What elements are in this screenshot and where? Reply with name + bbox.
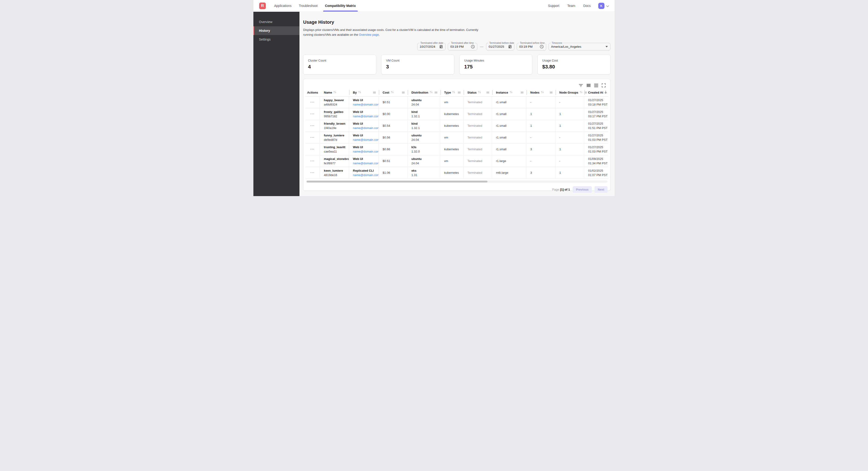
column-menu-icon[interactable]	[434, 91, 437, 93]
row-actions-menu-icon[interactable]: •••	[310, 160, 315, 162]
row-actions-menu-icon[interactable]: •••	[310, 113, 315, 115]
timezone-select[interactable]: Timezone America/Los_Angeles	[549, 43, 611, 51]
column-label: Nodes	[530, 91, 539, 94]
cluster-id: 4819de16	[324, 173, 349, 177]
column-header[interactable]: Created At	[584, 89, 609, 96]
cluster-name: keen_lumiere	[324, 169, 349, 172]
sort-icon[interactable]	[429, 91, 433, 94]
columns-icon[interactable]	[587, 83, 591, 87]
caret-down-icon[interactable]	[606, 46, 608, 48]
tab-compatibility-matrix[interactable]: Compatibility Matrix	[323, 0, 358, 11]
fullscreen-icon[interactable]	[602, 83, 606, 87]
table-row: ••• frosty_galileo995b7182 Web UIname@do…	[305, 108, 609, 120]
clock-icon[interactable]	[471, 45, 475, 49]
column-header[interactable]: Nodes	[526, 89, 555, 96]
created-by-email-link[interactable]: name@domain.com	[353, 103, 378, 106]
sort-icon[interactable]	[333, 91, 337, 94]
column-header[interactable]: Status	[464, 89, 492, 96]
cost-cell: $0.51	[379, 96, 407, 108]
created-by-email-link[interactable]: name@domain.com	[353, 138, 378, 142]
nodes-cell: 1	[526, 120, 555, 131]
avatar[interactable]: K	[598, 3, 604, 9]
type-cell: kubernetes	[440, 120, 464, 131]
sidebar-item-history[interactable]: History	[253, 26, 300, 35]
column-header[interactable]: By	[349, 89, 379, 96]
row-actions-menu-icon[interactable]: •••	[310, 148, 315, 150]
replicated-logo[interactable]: R	[259, 3, 266, 9]
stat-value: 175	[464, 64, 528, 70]
row-actions-menu-icon[interactable]: •••	[310, 172, 315, 174]
created-by-email-link[interactable]: name@domain.com	[353, 173, 378, 177]
distribution-cell: ubuntu24.04	[407, 132, 440, 143]
tab-troubleshoot[interactable]: Troubleshoot	[297, 0, 319, 11]
type-value: vm	[444, 100, 463, 104]
density-icon[interactable]	[594, 83, 598, 87]
overview-page-link[interactable]: Overview page	[359, 33, 379, 36]
sort-icon[interactable]	[391, 91, 394, 94]
column-menu-icon[interactable]	[373, 91, 376, 93]
column-menu-icon[interactable]	[550, 91, 553, 93]
row-actions-menu-icon[interactable]: •••	[310, 101, 315, 104]
sidebar-item-settings[interactable]: Settings	[253, 35, 300, 44]
distribution-version: 24.04	[411, 103, 440, 106]
tab-applications[interactable]: Applications	[272, 0, 293, 11]
next-button[interactable]: Next	[595, 186, 608, 193]
sorted-desc-icon[interactable]	[604, 91, 607, 94]
sort-icon[interactable]	[579, 91, 583, 94]
cost-cell: $0.51	[379, 155, 407, 167]
calendar-icon[interactable]	[508, 45, 512, 49]
nav-support[interactable]: Support	[548, 4, 559, 8]
clock-icon[interactable]	[540, 45, 544, 49]
row-actions-menu-icon[interactable]: •••	[310, 137, 315, 139]
page-indicator: Page[1] of 1	[552, 188, 570, 191]
node-groups-value: -	[559, 159, 584, 163]
sort-icon[interactable]	[478, 91, 481, 94]
column-header[interactable]: Cost	[379, 89, 407, 96]
terminated-before-date-field[interactable]: Terminated before date 01/27/2025	[486, 43, 515, 51]
created-time: 01:03 PM PST	[588, 150, 609, 153]
column-header[interactable]: Distribution	[407, 89, 440, 96]
terminated-before-time-field[interactable]: Terminated before time 03:19 PM	[517, 43, 546, 51]
created-by-email-link[interactable]: name@domain.com	[353, 150, 378, 153]
field-label: Terminated before time	[519, 41, 546, 44]
type-cell: vm	[440, 96, 464, 108]
column-header[interactable]: Type	[440, 89, 464, 96]
sort-icon[interactable]	[358, 91, 362, 94]
chevron-down-icon[interactable]	[606, 4, 609, 8]
terminated-after-time-field[interactable]: Terminated after time 03:19 PM	[448, 43, 477, 51]
column-menu-icon[interactable]	[486, 91, 489, 93]
column-menu-icon[interactable]	[402, 91, 405, 93]
row-actions-menu-icon[interactable]: •••	[310, 125, 315, 127]
created-by-email-link[interactable]: name@domain.com	[353, 115, 378, 118]
created-by-email-link[interactable]: name@domain.com	[353, 126, 378, 130]
row-actions-cell: •••	[305, 108, 320, 120]
distribution-version: 24.04	[411, 138, 440, 142]
nav-team[interactable]: Team	[567, 4, 575, 8]
calendar-icon[interactable]	[439, 45, 443, 49]
sort-icon[interactable]	[509, 91, 513, 94]
column-header[interactable]: Instance	[492, 89, 526, 96]
created-by-email-link[interactable]: name@domain.com	[353, 161, 378, 165]
field-label: Terminated after date	[420, 41, 444, 44]
column-header[interactable]: Name	[320, 89, 349, 96]
distribution-name: ubuntu	[411, 157, 440, 160]
cluster-id: a48d9324	[324, 103, 349, 106]
nav-docs[interactable]: Docs	[583, 4, 591, 8]
column-menu-icon[interactable]	[458, 91, 461, 93]
stat-label: VM Count	[386, 59, 450, 62]
filter-icon[interactable]	[579, 83, 583, 87]
column-menu-icon[interactable]	[521, 91, 524, 93]
node-groups-cell: 1	[555, 108, 584, 120]
sidebar-item-overview[interactable]: Overview	[253, 18, 300, 26]
status-badge: Terminated	[467, 147, 492, 151]
scrollbar-thumb[interactable]	[307, 181, 488, 182]
terminated-after-date-field[interactable]: Terminated after date 10/27/2024	[417, 43, 445, 51]
sort-icon[interactable]	[541, 91, 544, 94]
column-label: Created At	[588, 91, 603, 94]
previous-button[interactable]: Previous	[573, 186, 592, 193]
status-cell: Terminated	[464, 96, 492, 108]
sort-icon[interactable]	[452, 91, 456, 94]
nodes-cell: -	[526, 155, 555, 167]
by-cell: Web UIname@domain.com	[349, 155, 379, 167]
column-header[interactable]: Node Groups	[555, 89, 584, 96]
